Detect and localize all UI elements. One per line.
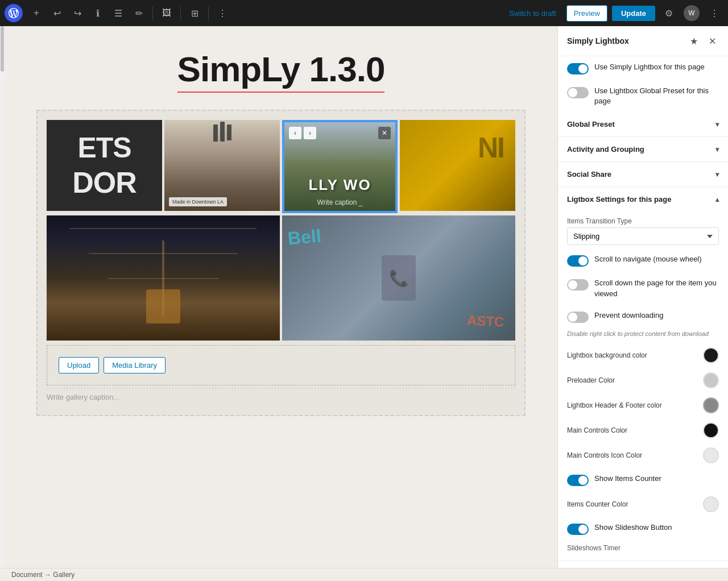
undo-button[interactable]: ↩	[48, 4, 66, 22]
toolbar: + ↩ ↪ ℹ ☰ ✏ 🖼 ⊞ ⋮ Switch to draft Previe…	[0, 0, 728, 26]
lightbox-bg-label: Lightbox background color	[567, 351, 647, 359]
gallery-caption[interactable]: Write gallery caption...	[47, 388, 515, 406]
sidebar-title: Simply Lightbox	[567, 36, 629, 45]
close-sidebar-button[interactable]: ✕	[705, 34, 719, 48]
toolbar-right: Switch to draft Preview Update ⚙ W ⋮	[503, 4, 723, 22]
toggle-thumb-scroll-down	[568, 280, 577, 289]
controls-icon-swatch[interactable]	[703, 447, 719, 463]
items-counter-color-row: Items Counter Color	[558, 492, 728, 517]
layout-button[interactable]: ⊞	[185, 4, 204, 22]
lightbox-bg-swatch[interactable]	[703, 347, 719, 363]
gallery-container: ETS DOR Made in	[36, 110, 526, 416]
slideshow-label: Show Slideshow Button	[594, 522, 672, 533]
toggle-thumb-1	[578, 64, 588, 73]
gallery-grid: ETS DOR Made in	[47, 120, 515, 213]
toggle-scroll-navigate[interactable]: Scroll to navigate (mouse wheel)	[558, 248, 728, 272]
gallery-item[interactable]	[47, 215, 280, 341]
preview-button[interactable]: Preview	[566, 5, 607, 22]
toggle-thumb-scroll-nav	[578, 256, 588, 265]
prev-button[interactable]: ‹	[289, 127, 301, 139]
toggle-2-label: Use Lightbox Global Preset for this page	[594, 86, 719, 106]
toggle-track-slideshow	[567, 524, 589, 535]
info-button[interactable]: ℹ	[89, 4, 107, 22]
toggle-prevent-dl[interactable]	[567, 312, 589, 323]
gallery-image-1: ETS DOR	[47, 120, 162, 211]
toggle-1-label: Use Simply Lightbox for this page	[594, 62, 705, 72]
list-view-button[interactable]: ☰	[109, 4, 127, 22]
toggle-scroll-down[interactable]: Scroll down the page for the item you vi…	[558, 272, 728, 304]
gallery-item[interactable]: NI	[400, 120, 515, 213]
scroll-thumb	[1, 26, 4, 72]
toggle-track-1	[567, 63, 589, 74]
wp-logo[interactable]	[5, 4, 23, 22]
editor-area: SimpLy 1.3.0 ETS DOR	[5, 26, 557, 568]
header-footer-color-row: Lightbox Header & Footer color	[558, 393, 728, 418]
gallery-item[interactable]: ETS DOR	[47, 120, 162, 213]
image-caption[interactable]: Write caption _	[317, 198, 363, 206]
accordion-social-share-header[interactable]: Social Share ▾	[558, 162, 728, 186]
slideshow-timer-label: Slideshows Timer	[567, 544, 719, 552]
preloader-swatch[interactable]	[703, 372, 719, 388]
sidebar-header: Simply Lightbox ★ ✕	[558, 26, 728, 56]
redo-button[interactable]: ↪	[68, 4, 86, 22]
more-options-button[interactable]: ⋮	[213, 4, 231, 22]
toggle-thumb-prevent-dl	[568, 313, 577, 322]
next-button[interactable]: ›	[304, 127, 316, 139]
toggle-slideshow[interactable]: Show Slideshow Button	[558, 517, 728, 541]
toggle-1[interactable]	[567, 63, 589, 74]
toggle-slideshow-el[interactable]	[567, 524, 589, 535]
toggle-track-2	[567, 87, 589, 98]
update-button[interactable]: Update	[612, 6, 655, 21]
toggle-global-preset[interactable]: Use Lightbox Global Preset for this page	[558, 80, 728, 112]
toggle-2[interactable]	[567, 87, 589, 98]
image-button[interactable]: 🖼	[158, 4, 176, 22]
gallery-image-2: Made in Downtown LA	[164, 120, 280, 211]
gallery-item-selected[interactable]: ‹ › ✕ LLY WO Write caption _	[282, 120, 398, 213]
header-footer-swatch[interactable]	[703, 397, 719, 413]
gallery-item[interactable]: Bell ASTC 📞	[282, 215, 515, 341]
transition-select[interactable]: Slipping	[567, 227, 719, 245]
toggle-scroll-nav[interactable]	[567, 255, 589, 267]
star-button[interactable]: ★	[687, 34, 701, 48]
toggle-simply-lightbox[interactable]: Use Simply Lightbox for this page	[558, 56, 728, 80]
close-lightbox-button[interactable]: ✕	[378, 127, 391, 139]
avatar-icon[interactable]: W	[682, 4, 701, 22]
prevent-download-label: Prevent downloading	[594, 310, 663, 321]
preloader-label: Preloader Color	[567, 376, 615, 384]
toggle-prevent-download[interactable]: Prevent downloading	[558, 305, 728, 329]
gallery-image-5	[47, 215, 280, 341]
accordion-lightbox-settings-header[interactable]: Ligtbox Settings for this page ▴	[558, 187, 728, 211]
accordion-global-preset-header[interactable]: Global Preset ▾	[558, 112, 728, 136]
toggle-track-items-counter	[567, 475, 589, 486]
toolbar-separator-3	[208, 6, 209, 20]
items-counter-color-label: Items Counter Color	[567, 500, 628, 508]
items-counter-swatch[interactable]	[703, 496, 719, 512]
toggle-track-prevent-dl	[567, 312, 589, 323]
toggle-items-counter-el[interactable]	[567, 475, 589, 486]
accordion-activity-grouping: Activity and Grouping ▾	[558, 137, 728, 162]
gallery-item[interactable]: Made in Downtown LA	[164, 120, 280, 213]
header-footer-label: Lightbox Header & Footer color	[567, 401, 662, 409]
settings-icon[interactable]: ⚙	[660, 4, 678, 22]
editor-scrollbar[interactable]	[0, 26, 5, 568]
more-options-icon[interactable]: ⋮	[705, 4, 723, 22]
chevron-down-icon-2: ▾	[715, 146, 719, 153]
controls-icon-color-row: Main Controls Icon Color	[558, 443, 728, 468]
preloader-color-row: Preloader Color	[558, 368, 728, 393]
upload-button[interactable]: Upload	[59, 357, 99, 374]
accordion-activity-grouping-header[interactable]: Activity and Grouping ▾	[558, 137, 728, 161]
edit-button[interactable]: ✏	[130, 4, 148, 22]
accordion-global-preset-label: Global Preset	[567, 120, 615, 128]
toggle-items-counter[interactable]: Show Items Counter	[558, 468, 728, 492]
main-controls-swatch[interactable]	[703, 422, 719, 438]
accordion-activity-grouping-label: Activity and Grouping	[567, 145, 644, 153]
add-button[interactable]: +	[27, 4, 46, 22]
switch-draft-button[interactable]: Switch to draft	[503, 6, 561, 21]
slideshow-timer-field: Slideshows Timer	[558, 541, 728, 558]
scroll-down-label: Scroll down the page for the item you vi…	[594, 278, 719, 298]
toggle-thumb-2	[568, 88, 577, 97]
media-library-button[interactable]: Media Library	[104, 357, 166, 374]
nav-arrows: ‹ ›	[289, 127, 316, 139]
toggle-scroll-down-el[interactable]	[567, 279, 589, 290]
gallery-image-6: Bell ASTC 📞	[282, 215, 515, 341]
